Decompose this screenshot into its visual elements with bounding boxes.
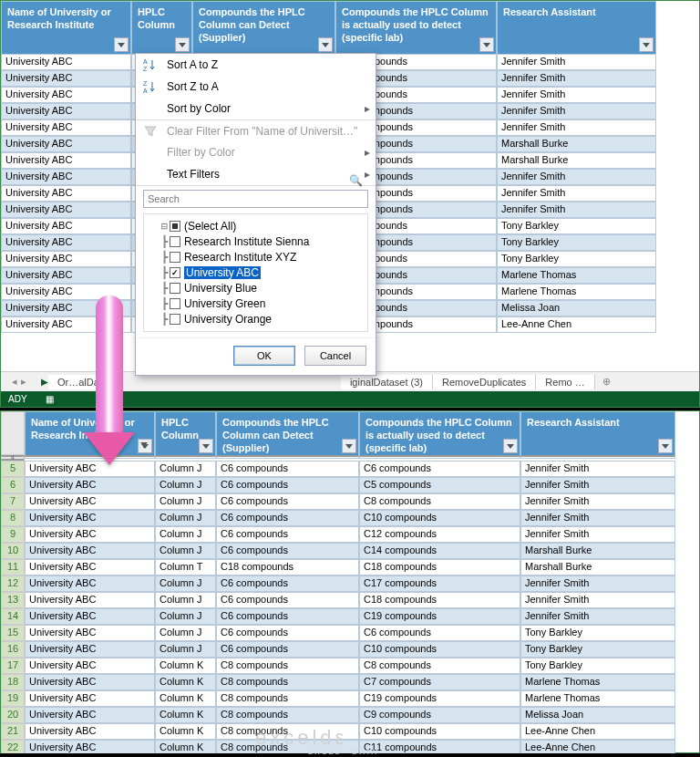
- table-cell[interactable]: University ABC: [25, 543, 155, 559]
- table-cell[interactable]: C6 compounds: [359, 625, 520, 641]
- table-cell[interactable]: University ABC: [25, 723, 155, 740]
- table-cell[interactable]: C6 compounds: [216, 592, 359, 608]
- table-cell[interactable]: University ABC: [25, 674, 155, 690]
- filter-button-university[interactable]: [114, 37, 129, 52]
- table-cell[interactable]: C19 compounds: [359, 690, 520, 707]
- table-cell[interactable]: C6 compounds: [216, 543, 359, 559]
- table-cell[interactable]: Jennifer Smith: [520, 510, 675, 526]
- filter-button-university-applied[interactable]: [138, 439, 152, 453]
- table-cell[interactable]: C6 compounds: [216, 461, 359, 477]
- select-all-cell[interactable]: [1, 411, 25, 455]
- row-number[interactable]: 6: [1, 477, 25, 493]
- table-cell[interactable]: Column J: [155, 576, 216, 592]
- table-cell[interactable]: Column K: [155, 723, 216, 740]
- menu-text-filters[interactable]: Text Filters ▸: [136, 163, 376, 185]
- row-number[interactable]: 17: [1, 658, 25, 674]
- table-cell[interactable]: University ABC: [25, 740, 155, 753]
- table-cell[interactable]: University ABC: [25, 625, 155, 641]
- filter-button-used[interactable]: [503, 439, 518, 453]
- table-cell[interactable]: Tony Barkley: [520, 625, 675, 641]
- table-cell[interactable]: C6 compounds: [216, 576, 359, 592]
- table-cell[interactable]: Lee-Anne Chen: [520, 723, 675, 740]
- table-cell[interactable]: Column J: [155, 608, 216, 625]
- checkbox[interactable]: [170, 252, 180, 263]
- row-number[interactable]: 9: [1, 526, 25, 543]
- filter-button-used[interactable]: [479, 37, 494, 52]
- row-number[interactable]: 13: [1, 592, 25, 608]
- checkbox[interactable]: [170, 298, 180, 309]
- table-cell[interactable]: University ABC: [25, 576, 155, 592]
- table-cell[interactable]: C6 compounds: [216, 510, 359, 526]
- row-number[interactable]: 11: [1, 559, 25, 576]
- ok-button[interactable]: OK: [233, 346, 295, 366]
- filter-item-list[interactable]: ⊟(Select All)┣Research Institute Sienna┣…: [143, 213, 368, 332]
- table-cell[interactable]: C8 compounds: [216, 658, 359, 674]
- table-cell[interactable]: Column K: [155, 674, 216, 690]
- table-cell[interactable]: Jennifer Smith: [520, 526, 675, 543]
- table-cell[interactable]: C10 compounds: [359, 510, 520, 526]
- checkbox[interactable]: [170, 267, 180, 278]
- table-cell[interactable]: University ABC: [25, 477, 155, 493]
- table-cell[interactable]: Column J: [155, 625, 216, 641]
- table-cell[interactable]: Column J: [155, 543, 216, 559]
- table-cell[interactable]: Melissa Joan: [520, 707, 675, 723]
- table-cell[interactable]: Column J: [155, 477, 216, 493]
- filter-item[interactable]: ┣University Green: [146, 296, 365, 311]
- table-cell[interactable]: Column K: [155, 740, 216, 753]
- table-cell[interactable]: Column K: [155, 690, 216, 707]
- row-number[interactable]: 14: [1, 608, 25, 625]
- filter-item[interactable]: ┣Research Institute Sienna: [146, 233, 365, 249]
- table-cell[interactable]: Marshall Burke: [520, 543, 675, 559]
- checkbox[interactable]: [170, 221, 180, 232]
- table-cell[interactable]: Column K: [155, 707, 216, 723]
- row-number[interactable]: 22: [1, 740, 25, 753]
- table-cell[interactable]: Marlene Thomas: [520, 674, 675, 690]
- row-number[interactable]: 7: [1, 493, 25, 510]
- filter-item[interactable]: ┣University Orange: [146, 311, 365, 327]
- table-cell[interactable]: Jennifer Smith: [520, 608, 675, 625]
- table-cell[interactable]: Tony Barkley: [520, 658, 675, 674]
- table-cell[interactable]: University ABC: [25, 658, 155, 674]
- table-cell[interactable]: C14 compounds: [359, 543, 520, 559]
- row-number[interactable]: 8: [1, 510, 25, 526]
- table-cell[interactable]: Jennifer Smith: [520, 493, 675, 510]
- table-cell[interactable]: Jennifer Smith: [520, 576, 675, 592]
- table-cell[interactable]: Column T: [155, 559, 216, 576]
- filter-button-ra[interactable]: [658, 439, 673, 453]
- row-number[interactable]: 21: [1, 723, 25, 740]
- row-number[interactable]: 15: [1, 625, 25, 641]
- table-cell[interactable]: C6 compounds: [359, 461, 520, 477]
- filter-button-hplc[interactable]: [199, 439, 213, 453]
- filter-search-input[interactable]: [143, 190, 368, 208]
- table-cell[interactable]: C8 compounds: [216, 723, 359, 740]
- table-cell[interactable]: C6 compounds: [216, 493, 359, 510]
- table-cell[interactable]: Column K: [155, 658, 216, 674]
- table-cell[interactable]: Column J: [155, 510, 216, 526]
- table-cell[interactable]: Column J: [155, 526, 216, 543]
- sheet-tab[interactable]: RemoveDuplicates: [433, 375, 536, 389]
- table-cell[interactable]: Column J: [155, 641, 216, 658]
- table-cell[interactable]: Column J: [155, 493, 216, 510]
- menu-sort-color[interactable]: Sort by Color ▸: [136, 98, 376, 119]
- sheet-tab[interactable]: iginalDataset (3): [341, 375, 433, 389]
- table-cell[interactable]: University ABC: [25, 690, 155, 707]
- table-cell[interactable]: C8 compounds: [359, 493, 520, 510]
- table-cell[interactable]: Column J: [155, 461, 216, 477]
- table-cell[interactable]: C8 compounds: [359, 658, 520, 674]
- table-cell[interactable]: C18 compounds: [216, 559, 359, 576]
- table-cell[interactable]: C8 compounds: [216, 707, 359, 723]
- table-cell[interactable]: C6 compounds: [216, 526, 359, 543]
- table-cell[interactable]: C18 compounds: [359, 592, 520, 608]
- row-number[interactable]: 16: [1, 641, 25, 658]
- filter-item[interactable]: ┣University Blue: [146, 280, 365, 296]
- menu-sort-za[interactable]: ZA Sort Z to A: [136, 76, 376, 98]
- table-cell[interactable]: C6 compounds: [216, 641, 359, 658]
- table-cell[interactable]: Lee-Anne Chen: [520, 740, 675, 753]
- table-cell[interactable]: University ABC: [25, 559, 155, 576]
- table-cell[interactable]: C9 compounds: [359, 707, 520, 723]
- filter-item[interactable]: ⊟(Select All): [146, 218, 365, 233]
- table-cell[interactable]: University ABC: [25, 510, 155, 526]
- table-cell[interactable]: Tony Barkley: [520, 641, 675, 658]
- table-cell[interactable]: Jennifer Smith: [520, 592, 675, 608]
- filter-button-detect[interactable]: [318, 37, 333, 52]
